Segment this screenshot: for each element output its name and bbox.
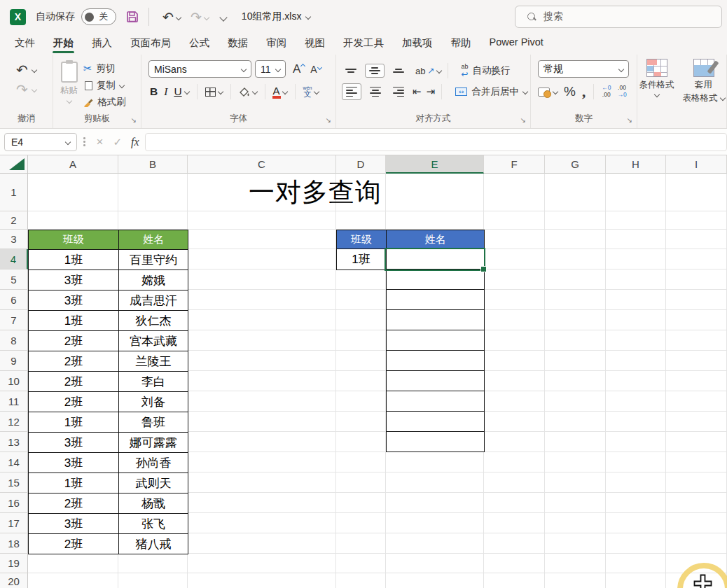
cell-H5[interactable] [606, 270, 666, 290]
undo-button[interactable]: ↶ [162, 9, 181, 24]
cell-G1[interactable] [545, 174, 606, 211]
cell-H16[interactable] [606, 493, 666, 513]
cell-I10[interactable] [666, 371, 727, 391]
cell-I1[interactable] [666, 174, 727, 211]
cell-A7-value[interactable]: 1班 [29, 311, 119, 331]
cell-G3[interactable] [545, 230, 606, 249]
cell-A16-value[interactable]: 2班 [29, 493, 119, 514]
cell-C16[interactable] [188, 493, 336, 513]
cell-D7[interactable] [336, 310, 386, 330]
column-header-B[interactable]: B [118, 155, 188, 174]
row-header-12[interactable]: 12 [0, 412, 28, 432]
cell-F13[interactable] [484, 432, 545, 452]
align-bottom-button[interactable] [389, 66, 408, 76]
cell-G20[interactable] [545, 573, 606, 588]
row-header-11[interactable]: 11 [0, 391, 28, 412]
cell-D5[interactable] [336, 270, 386, 290]
cell-G19[interactable] [545, 554, 606, 573]
cell-A10-value[interactable]: 2班 [29, 372, 119, 392]
phonetic-guide-button[interactable]: wén 文 [303, 85, 319, 98]
cell-E8[interactable] [387, 330, 485, 351]
cell-H19[interactable] [606, 554, 666, 573]
cell-B12-value[interactable]: 鲁班 [119, 412, 188, 433]
number-format-combo[interactable]: 常规 [538, 60, 629, 78]
number-dialog-launcher[interactable]: ↘ [627, 117, 632, 124]
cell-I8[interactable] [666, 330, 727, 351]
cell-D8[interactable] [336, 330, 386, 351]
tab-home[interactable]: 开始 [44, 34, 83, 52]
cell-D10[interactable] [336, 371, 386, 391]
cell-D2[interactable] [336, 211, 386, 230]
cell-A5-value[interactable]: 3班 [29, 270, 119, 290]
customize-toolbar-button[interactable] [221, 10, 226, 23]
cell-H20[interactable] [606, 573, 666, 588]
cell-F19[interactable] [484, 554, 545, 573]
accounting-format-button[interactable] [538, 88, 558, 97]
cell-C10[interactable] [188, 371, 336, 391]
cell-E12[interactable] [387, 412, 485, 432]
cell-G9[interactable] [545, 351, 606, 371]
cut-button[interactable]: ✂ 剪切 [83, 62, 126, 75]
cell-B19[interactable] [118, 554, 188, 573]
cell-E20[interactable] [386, 573, 484, 588]
cell-I20[interactable] [666, 573, 727, 588]
cell-B14-value[interactable]: 孙尚香 [119, 453, 188, 473]
percent-style-button[interactable]: % [564, 84, 576, 99]
cell-B9-value[interactable]: 兰陵王 [119, 351, 188, 372]
cell-E15[interactable] [386, 472, 484, 493]
merge-center-button[interactable]: ↔ 合并后居中 [455, 85, 527, 98]
cell-D16[interactable] [336, 493, 386, 513]
cell-E2[interactable] [386, 211, 484, 230]
cell-G7[interactable] [545, 310, 606, 330]
cell-H7[interactable] [606, 310, 666, 330]
cell-I7[interactable] [666, 310, 727, 330]
comma-style-button[interactable]: , [582, 89, 586, 94]
copy-button[interactable]: 复制 [83, 79, 126, 92]
cell-H4[interactable] [606, 249, 666, 270]
cell-A2[interactable] [28, 211, 118, 230]
redo-dropdown-icon[interactable] [32, 87, 37, 92]
undo-dropdown-icon[interactable] [32, 67, 37, 73]
cell-F17[interactable] [484, 513, 545, 533]
cell-G10[interactable] [545, 371, 606, 391]
cell-C12[interactable] [188, 412, 336, 432]
cell-F9[interactable] [484, 351, 545, 371]
cell-F15[interactable] [484, 472, 545, 493]
cell-B20[interactable] [118, 573, 188, 588]
query-header-name[interactable]: 姓名 [387, 230, 485, 249]
font-size-combo[interactable]: 11 [255, 60, 286, 78]
row-header-1[interactable]: 1 [0, 174, 28, 211]
insert-function-button[interactable]: fx [131, 136, 139, 148]
cell-H13[interactable] [606, 432, 666, 452]
row-header-9[interactable]: 9 [0, 351, 28, 371]
cell-I2[interactable] [666, 211, 727, 230]
cell-I12[interactable] [666, 412, 727, 432]
cell-F3[interactable] [484, 230, 545, 249]
row-header-20[interactable]: 20 [0, 573, 28, 588]
cell-C20[interactable] [188, 573, 336, 588]
cell-E17[interactable] [386, 513, 484, 533]
cell-E16[interactable] [386, 493, 484, 513]
undo-icon[interactable]: ↶ [16, 63, 28, 77]
cell-B7-value[interactable]: 狄仁杰 [119, 311, 188, 331]
orientation-button[interactable]: ab ↗ [415, 66, 441, 76]
column-header-E[interactable]: E [386, 155, 484, 174]
tab-review[interactable]: 审阅 [257, 34, 296, 52]
underline-button[interactable]: U [174, 85, 188, 98]
align-middle-button[interactable] [365, 64, 385, 78]
tab-page-layout[interactable]: 页面布局 [121, 34, 180, 52]
cell-A8-value[interactable]: 2班 [29, 331, 119, 351]
cell-A17-value[interactable]: 3班 [29, 514, 119, 534]
cell-E5[interactable] [387, 270, 485, 290]
cell-C15[interactable] [188, 472, 336, 493]
tab-view[interactable]: 视图 [296, 34, 334, 52]
format-painter-button[interactable]: 格式刷 [83, 96, 126, 108]
row-header-3[interactable]: 3 [0, 230, 28, 249]
cell-H12[interactable] [606, 412, 666, 432]
cell-A15-value[interactable]: 1班 [29, 473, 119, 493]
cell-I15[interactable] [666, 472, 727, 493]
cell-B11-value[interactable]: 刘备 [119, 392, 188, 412]
tab-help[interactable]: 帮助 [442, 34, 480, 52]
align-top-button[interactable] [342, 66, 360, 76]
font-name-combo[interactable]: MiSans [148, 60, 251, 78]
